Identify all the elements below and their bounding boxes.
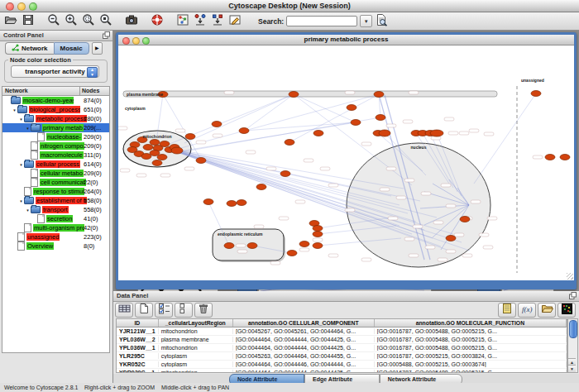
float-panel-icon[interactable] (569, 292, 577, 299)
network-node[interactable] (374, 92, 384, 98)
network-node[interactable] (171, 147, 183, 154)
network-node[interactable] (227, 201, 237, 207)
tree-row[interactable]: ▾metabolic process280(0) (2, 114, 109, 123)
unselect-attributes-button[interactable] (175, 303, 193, 318)
select-attributes-button[interactable] (155, 303, 173, 318)
minimize-view-icon[interactable] (132, 37, 140, 45)
column-header[interactable]: annotation.GO CELLULAR_COMPONENT (233, 319, 375, 327)
network-node[interactable] (313, 131, 323, 136)
scrollbar-thumb[interactable] (569, 320, 577, 338)
network-node[interactable] (460, 217, 470, 222)
tree-row[interactable]: nucleobase-209(0) (2, 132, 109, 141)
import-attributes-button[interactable] (538, 303, 556, 318)
network-node[interactable] (127, 147, 137, 153)
expander-icon[interactable]: ▾ (25, 126, 31, 131)
column-header[interactable]: annotation.GO MOLECULAR_FUNCTION (375, 319, 567, 327)
tab-network[interactable]: Network (5, 42, 54, 55)
tree-row[interactable]: Overview8(0) (2, 241, 109, 251)
network-node[interactable] (531, 91, 541, 97)
visual-mapper-button[interactable] (174, 13, 191, 29)
table-row[interactable]: YPL036W__2plasma membrane[GO:0044464, GO… (117, 336, 567, 344)
network-node[interactable] (152, 160, 162, 166)
tree-row[interactable]: secretion41(0) (2, 214, 109, 223)
column-nodes[interactable]: Nodes (79, 87, 109, 95)
help-button[interactable] (148, 13, 165, 29)
network-node[interactable] (237, 200, 246, 206)
network-node[interactable] (313, 232, 323, 237)
tree-row[interactable]: ▾primary metab209(... (2, 123, 109, 132)
plasma-membrane-region[interactable] (123, 91, 497, 97)
network-node[interactable] (247, 243, 257, 249)
function-builder-button[interactable]: f(x) (518, 303, 536, 318)
network-node[interactable] (289, 92, 299, 98)
network-node[interactable] (203, 199, 213, 205)
attribute-notes-button[interactable] (498, 303, 516, 318)
table-scrollbar[interactable]: ▲ ▼ (567, 318, 578, 373)
network-node[interactable] (143, 145, 153, 151)
expander-icon[interactable]: ▾ (18, 198, 24, 203)
table-row[interactable]: YDR039C__1mitochondrion[GO:0044464, GO:0… (117, 369, 567, 373)
expander-icon[interactable]: ▾ (12, 108, 17, 112)
expander-icon[interactable]: ▾ (25, 208, 31, 213)
tree-row[interactable]: ▾transport558(0) (2, 205, 109, 214)
network-node[interactable] (157, 155, 167, 160)
tree-row[interactable]: macromolecule311(0) (2, 151, 109, 160)
layout-nodes-button[interactable] (191, 13, 208, 29)
search-input[interactable] (286, 16, 357, 26)
network-node[interactable] (256, 184, 266, 190)
network-node[interactable] (196, 158, 206, 164)
network-node[interactable] (313, 226, 323, 232)
node-color-dropdown[interactable]: transporter activity ▲▼ (11, 65, 99, 78)
enhanced-search-button[interactable] (372, 13, 390, 29)
network-node[interactable] (239, 128, 249, 134)
network-node[interactable] (446, 236, 456, 241)
network-node[interactable] (560, 155, 570, 160)
network-node[interactable] (185, 134, 195, 140)
zoom-selected-button[interactable] (97, 13, 114, 29)
tree-row[interactable]: mosaic-demo-yeast874(0) (2, 96, 109, 105)
expander-icon[interactable]: ▾ (18, 117, 24, 122)
tree-row[interactable]: cellular metabo209(0) (2, 169, 109, 178)
table-row[interactable]: YKR052Ccytoplasm[GO:0044464, GO:0044446,… (117, 361, 567, 369)
minimize-window-icon[interactable] (17, 2, 26, 11)
table-row[interactable]: YJR121W__1mitochondrion[GO:0045267, GO:0… (117, 327, 567, 336)
zoom-view-icon[interactable] (142, 37, 150, 45)
network-node[interactable] (299, 241, 309, 247)
tree-row[interactable]: unassigned223(0) (2, 232, 109, 241)
zoom-in-button[interactable] (62, 13, 79, 29)
tree-row[interactable]: multi-organism pro42(0) (2, 223, 109, 232)
network-node[interactable] (150, 151, 160, 156)
network-node[interactable] (430, 130, 443, 136)
network-node[interactable] (285, 140, 294, 146)
attribute-grid-button[interactable] (115, 303, 133, 318)
open-session-button[interactable] (2, 13, 19, 29)
resize-grip[interactable] (567, 273, 573, 280)
tab-overflow-arrow-icon[interactable]: ▶ (92, 42, 103, 55)
network-node[interactable] (212, 122, 222, 127)
column-header[interactable]: _cellularLayoutRegion (159, 319, 233, 327)
network-node[interactable] (150, 140, 160, 146)
column-network[interactable]: Network (2, 87, 79, 95)
save-session-button[interactable] (19, 13, 36, 29)
network-node[interactable] (280, 171, 290, 177)
annotations-button[interactable] (226, 13, 243, 29)
network-node[interactable] (287, 251, 297, 256)
network-window-titlebar[interactable]: primary metabolic process (118, 35, 574, 45)
zoom-out-button[interactable] (45, 13, 62, 29)
new-attribute-button[interactable] (135, 303, 153, 318)
search-dropdown-icon[interactable]: ▼ (360, 15, 372, 27)
matrix-view-button[interactable] (557, 303, 576, 318)
expander-icon[interactable]: ▾ (18, 162, 24, 167)
network-node[interactable] (379, 130, 390, 136)
close-window-icon[interactable] (6, 2, 14, 11)
tree-row[interactable]: nitrogen compo209(0) (2, 141, 109, 151)
tree-row[interactable]: response to stimulu264(0) (2, 187, 109, 196)
scroll-down-icon[interactable]: ▼ (568, 365, 576, 372)
network-node[interactable] (224, 243, 234, 249)
float-panel-icon[interactable] (103, 31, 110, 39)
network-node[interactable] (313, 243, 323, 249)
network-node[interactable] (347, 105, 356, 111)
network-canvas[interactable]: plasma membranecytoplasmmitochondrionnuc… (118, 45, 574, 280)
table-row[interactable]: YLR295Ccytoplasm[GO:0045263, GO:0044464,… (117, 352, 567, 361)
tree-row[interactable]: ▾establishment of lo558(0) (2, 196, 109, 205)
